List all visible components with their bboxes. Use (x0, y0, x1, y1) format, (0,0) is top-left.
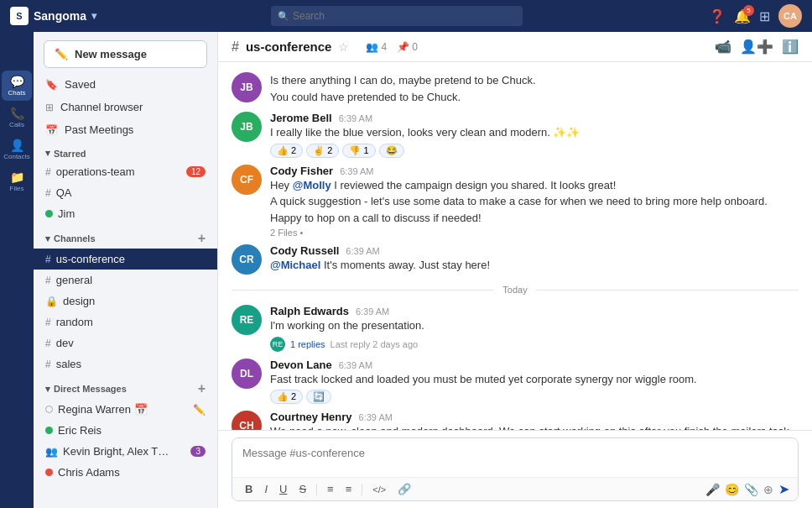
sidebar-item-random[interactable]: # random (34, 312, 217, 333)
info-icon[interactable]: ℹ️ (782, 39, 799, 55)
reaction[interactable]: 😂 (379, 144, 404, 158)
rail-calls[interactable]: 📞 Calls (2, 102, 32, 133)
ordered-list-button[interactable]: ≡ (323, 481, 338, 497)
more-button[interactable]: ⊕ (763, 483, 773, 496)
today-divider: Today (232, 285, 799, 295)
msg-text: Is there anything I can do, maybe preten… (270, 72, 536, 105)
rail-files[interactable]: 📁 Files (2, 166, 32, 196)
message-row: CR Cody Russell 6:39 AM @Michael It's mo… (232, 241, 799, 278)
message-input-box: B I U S ≡ ≡ </> 🔗 🎤 😊 📎 ⊕ ➤ (232, 437, 799, 501)
msg-text: Hey @Molly I reviewed the campaign desig… (270, 177, 768, 227)
calendar-icon: 📅 (45, 124, 58, 136)
msg-avatar: DL (232, 359, 262, 389)
channel-header: # us-conference ☆ 👥 4 📌 0 📹 👤➕ ℹ️ (218, 32, 812, 62)
group-icon: 👥 (45, 446, 58, 458)
hash-icon: # (45, 275, 51, 286)
reaction[interactable]: 👎 1 (342, 144, 375, 158)
add-channel-button[interactable]: + (198, 231, 206, 246)
bold-button[interactable]: B (241, 481, 257, 497)
reaction[interactable]: ✌️ 2 (306, 144, 339, 158)
voice-button[interactable]: 🎤 (705, 483, 720, 496)
hash-icon: # (45, 254, 51, 265)
reaction[interactable]: 👍 2 (270, 144, 303, 158)
code-button[interactable]: </> (368, 483, 390, 496)
dm-section-header[interactable]: ▾ Direct Messages + (34, 374, 217, 399)
sidebar-item-channel-browser[interactable]: ⊞ Channel browser (34, 96, 217, 118)
msg-avatar: RE (232, 305, 262, 335)
msg-time: 6:39 AM (339, 360, 372, 370)
star-icon[interactable]: ☆ (338, 40, 349, 54)
sidebar-item-design[interactable]: 🔒 design (34, 291, 217, 312)
msg-time: 6:39 AM (339, 113, 372, 123)
sidebar-item-operations-team[interactable]: # operations-team 12 (34, 161, 217, 182)
msg-avatar: CR (232, 244, 262, 275)
hash-icon: # (45, 317, 51, 328)
message-row: JB Is there anything I can do, maybe pre… (232, 69, 799, 108)
msg-time: 6:39 AM (356, 306, 389, 317)
new-message-button[interactable]: ✏️ New message (44, 40, 207, 68)
channels-section-header[interactable]: ▾ Channels + (34, 224, 217, 249)
chevron-down-icon: ▾ (45, 384, 50, 395)
rail-contacts[interactable]: 👤 Contacts (2, 134, 32, 165)
dm-item-regina[interactable]: Regina Warren 📅 ✏️ (34, 399, 217, 420)
msg-text: Fast track locked and loaded you must be… (270, 371, 697, 388)
attachment-button[interactable]: 📎 (744, 483, 758, 496)
msg-avatar: CF (232, 165, 262, 195)
reaction[interactable]: 👍 2 (270, 390, 303, 404)
link-button[interactable]: 🔗 (393, 481, 415, 497)
member-count[interactable]: 👥 4 (366, 41, 387, 53)
files-label[interactable]: 2 Files • (270, 228, 768, 238)
message-row: JB Jerome Bell 6:39 AM I really like the… (232, 108, 799, 161)
app-logo[interactable]: S Sangoma ▾ (10, 7, 178, 25)
sidebar-item-saved[interactable]: 🔖 Saved (34, 73, 217, 96)
reaction[interactable]: 🔄 (306, 390, 331, 404)
notifications-icon[interactable]: 🔔5 (734, 8, 751, 24)
reply-thread[interactable]: RE 1 replies Last reply 2 days ago (270, 337, 424, 352)
hash-icon: # (45, 338, 51, 349)
sidebar-item-dev[interactable]: # dev (34, 333, 217, 354)
user-avatar[interactable]: CA (778, 4, 802, 28)
message-input[interactable] (232, 438, 798, 474)
sidebar-item-us-conference[interactable]: # us-conference (34, 249, 217, 270)
rail-chats[interactable]: 💬 Chats (2, 71, 32, 101)
apps-icon[interactable]: ⊞ (759, 8, 770, 24)
unordered-list-button[interactable]: ≡ (341, 481, 357, 497)
emoji-button[interactable]: 😊 (725, 483, 739, 496)
sidebar-item-jim[interactable]: Jim (34, 203, 217, 224)
starred-section-header[interactable]: ▾ Starred (34, 141, 217, 161)
msg-text: I'm working on the presentation. (270, 317, 424, 334)
sidebar-item-sales[interactable]: # sales (34, 354, 217, 374)
underline-button[interactable]: U (275, 481, 291, 497)
online-dot (45, 427, 53, 434)
edit-dm-icon[interactable]: ✏️ (193, 404, 206, 416)
msg-author: Cody Fisher (270, 165, 333, 177)
dm-item-chris[interactable]: Chris Adams (34, 462, 217, 483)
online-dot (45, 210, 53, 217)
strikethrough-button[interactable]: S (294, 481, 310, 497)
busy-dot (45, 469, 53, 476)
msg-text: I really like the blue version, looks ve… (270, 124, 580, 141)
channel-title: us-conference (246, 39, 332, 54)
sidebar-item-general[interactable]: # general (34, 270, 217, 291)
msg-time: 6:39 AM (340, 166, 373, 176)
video-icon[interactable]: 📹 (715, 39, 731, 55)
msg-time: 6:39 AM (346, 246, 379, 256)
msg-avatar: CH (232, 411, 262, 430)
messages-area: JB Is there anything I can do, maybe pre… (218, 62, 812, 430)
search-bar[interactable]: 🔍 (271, 6, 523, 26)
help-icon[interactable]: ❓ (709, 8, 726, 24)
msg-avatar: JB (232, 112, 262, 142)
message-row: CF Cody Fisher 6:39 AM Hey @Molly I revi… (232, 161, 799, 242)
sidebar-item-past-meetings[interactable]: 📅 Past Meetings (34, 118, 217, 141)
add-member-icon[interactable]: 👤➕ (740, 39, 773, 55)
search-input[interactable] (271, 6, 523, 26)
offline-dot (45, 406, 53, 413)
dm-item-kevin[interactable]: 👥 Kevin Bright, Alex Thoms... 3 (34, 441, 217, 462)
add-dm-button[interactable]: + (198, 381, 206, 396)
dm-item-eric[interactable]: Eric Reis (34, 420, 217, 441)
send-button[interactable]: ➤ (778, 481, 789, 497)
pin-count[interactable]: 📌 0 (397, 41, 418, 53)
sidebar-item-qa[interactable]: # QA (34, 182, 217, 203)
italic-button[interactable]: I (260, 481, 272, 497)
edit-icon: ✏️ (55, 48, 68, 60)
